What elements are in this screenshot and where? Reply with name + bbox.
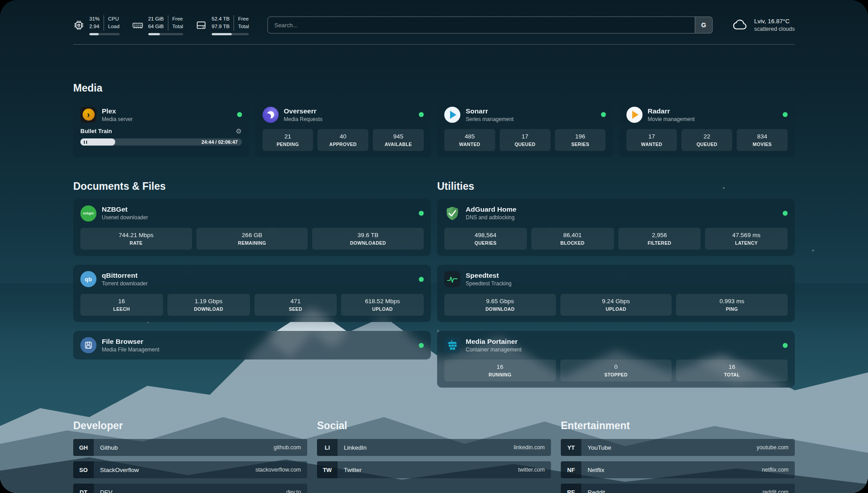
service-name: Media Portainer [466,337,522,346]
bookmark-abbr: LI [317,439,338,456]
plex-chevron-glyph: › [87,110,90,119]
search-engine-button[interactable]: G [695,17,712,33]
filebrowser-icon [80,337,96,353]
service-card-overseerr[interactable]: Overseerr Media Requests 21 PENDING 40 A… [255,100,431,158]
section-title-utilities: Utilities [437,180,795,192]
stat-download: 9.65 Gbps DOWNLOAD [444,294,556,316]
ram-progress-bar [148,33,183,35]
adguard-icon [444,205,460,221]
service-card-radarr[interactable]: Radarr Movie management 17 WANTED 22 QUE… [619,100,795,158]
status-dot [601,112,606,117]
service-name: File Browser [102,337,159,346]
bookmark-url: reddit.com [763,489,789,493]
nzbget-icon: nzbget [80,205,96,221]
bookmark-url: linkedin.com [514,444,545,451]
section-title-developer: Developer [73,420,307,432]
service-name: Radarr [648,107,695,116]
service-card-nzbget[interactable]: nzbget NZBGet Usenet downloader 744.21 M… [73,199,431,256]
bookmark-twitter[interactable]: TW Twitter twitter.com [317,461,551,478]
bookmark-reddit[interactable]: RE Reddit reddit.com [561,484,795,493]
disk-label-2: Total [238,23,249,30]
stat-running: 16 RUNNING [444,359,556,381]
playback-time: 24:44 / 02:06:47 [201,139,238,145]
service-subtitle: Media Requests [284,116,323,123]
bookmark-abbr: TW [317,461,338,478]
service-card-sonarr[interactable]: Sonarr Series management 485 WANTED 17 Q… [437,100,613,158]
cloud-icon [731,18,748,32]
cpu-monitor: 31% 2.94 CPU Load [73,15,120,35]
status-dot [419,343,424,348]
service-subtitle: Media server [102,116,133,123]
ram-icon [132,20,143,31]
playback-progress[interactable]: 24:44 / 02:06:47 [80,138,242,146]
service-subtitle: Torrent downloader [102,280,148,288]
stat-stopped: 0 STOPPED [560,359,672,381]
bookmark-url: netflix.com [762,467,789,473]
bookmark-youtube[interactable]: YT YouTube youtube.com [561,439,795,456]
portainer-icon [444,337,460,353]
stat-approved: 40 APPROVED [317,129,368,151]
service-name: AdGuard Home [466,205,517,214]
service-card-plex[interactable]: › Plex Media server Bullet Train ⚙ [73,100,249,158]
service-card-adguard[interactable]: AdGuard Home DNS and adblocking 498,564 … [437,199,795,256]
service-card-portainer[interactable]: Media Portainer Container management 16 … [437,331,795,388]
stat-queries: 498,564 QUERIES [444,228,527,250]
snow-specks [0,0,1,1]
header-divider [73,44,795,45]
service-card-qbittorrent[interactable]: qb qBittorrent Torrent downloader 16 LEE… [73,265,431,322]
service-name: Speedtest [466,271,512,280]
bookmark-netflix[interactable]: NF Netflix netflix.com [561,461,795,478]
bookmark-linkedin[interactable]: LI LinkedIn linkedin.com [317,439,551,456]
weather-location-temp: Lviv, 16.87°C [754,17,795,25]
status-dot [783,343,788,348]
service-subtitle: DNS and adblocking [466,214,517,221]
stat-movies: 834 MOVIES [737,129,788,151]
bookmark-url: github.com [274,444,301,451]
service-name: Overseerr [284,107,323,116]
stat-queued: 22 QUEUED [681,129,732,151]
gear-icon[interactable]: ⚙ [236,128,242,134]
ram-label-1: Free [172,15,183,23]
stat-series: 196 SERIES [555,129,606,151]
sonarr-icon [444,107,460,123]
stat-pending: 21 PENDING [263,129,313,151]
stat-blocked: 86,401 BLOCKED [531,228,614,250]
weather-widget[interactable]: Lviv, 16.87°C scattered clouds [731,17,795,33]
service-name: NZBGet [102,205,148,214]
stat-total: 16 TOTAL [676,359,788,381]
service-card-speedtest[interactable]: Speedtest Speedtest Tracking 9.65 Gbps D… [437,265,795,322]
service-card-filebrowser[interactable]: File Browser Media File Management [73,331,431,360]
documents-column: Documents & Files nzbget NZBGet Usenet d… [73,180,431,359]
overseerr-icon [263,107,279,123]
bookmark-url: dev.to [286,489,301,493]
bookmark-stackoverflow[interactable]: SO StackOverflow stackoverflow.com [73,461,307,478]
service-subtitle: Movie management [648,116,695,123]
bookmark-abbr: NF [561,461,581,478]
developer-column: Developer GH Github github.com SO StackO… [73,420,307,493]
stat-wanted: 17 WANTED [626,129,677,151]
bookmark-name: LinkedIn [344,444,367,451]
service-name: Plex [102,107,133,116]
pause-icon [84,141,85,144]
status-dot [419,277,424,282]
ram-free-value: 21 GiB [148,15,164,23]
bookmark-github[interactable]: GH Github github.com [73,439,307,456]
search-input[interactable] [268,17,695,33]
speedtest-icon [444,271,460,287]
stat-filtered: 2,956 FILTERED [618,228,701,250]
social-column: Social LI LinkedIn linkedin.com TW Twitt… [317,420,551,478]
cpu-progress-bar [89,33,120,35]
cpu-label-2: Load [108,23,120,30]
bookmark-abbr: RE [561,484,581,493]
disk-progress-bar [212,33,249,35]
bookmark-name: Reddit [588,489,605,493]
stat-leech: 16 LEECH [80,294,163,316]
bookmark-url: youtube.com [756,444,789,451]
service-subtitle: Media File Management [102,347,159,354]
bookmark-dev[interactable]: DT DEV dev.to [73,484,307,493]
disk-label-1: Free [238,15,249,23]
stat-latency: 47.569 ms LATENCY [705,228,788,250]
progress-fill[interactable] [80,138,115,146]
bookmark-name: DEV [100,489,113,493]
service-name: Sonarr [466,107,513,116]
